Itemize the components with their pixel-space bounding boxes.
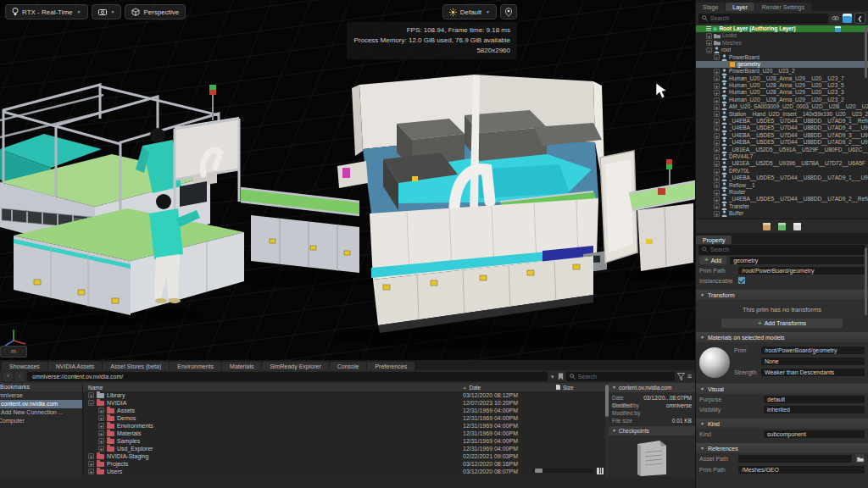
expander-icon[interactable]: + xyxy=(714,203,720,209)
materials-section-header[interactable]: ▼Materials on selected models xyxy=(696,332,868,342)
expander-icon[interactable]: + xyxy=(714,111,720,117)
expander-icon[interactable]: + xyxy=(714,69,720,75)
expander-icon[interactable]: + xyxy=(714,133,720,139)
layer-item-human-u20-u28-anna-u29-u20-u[interactable]: +Human_U20__U28_Anna_U29__U20__U23_3 xyxy=(696,90,868,97)
expander-icon[interactable]: + xyxy=(714,182,720,188)
layer-item-drv44l7[interactable]: +DRV44L7 xyxy=(696,153,868,160)
expander-icon[interactable]: − xyxy=(714,54,720,60)
expander-icon[interactable]: + xyxy=(706,33,712,39)
column-size[interactable]: Size xyxy=(556,385,574,391)
bookmark-icon[interactable] xyxy=(558,373,564,380)
content-search-input[interactable]: Search xyxy=(566,372,675,381)
file-row-environments[interactable]: +Environments12/31/1969 04:00PM xyxy=(83,422,605,430)
file-row-projects[interactable]: +Projects03/12/2020 08:16PM xyxy=(83,460,605,468)
visual-section-header[interactable]: ▼Visual xyxy=(696,384,868,394)
file-row-nvidia[interactable]: −NVIDIA12/07/2023 10:20PM xyxy=(83,399,605,407)
layer-item-u4eba-u5de5-u7d44-u88dd-u7ad[interactable]: +_U4EBA__U5DE5__U7D44__U88DD__U7AD9_4___… xyxy=(696,125,868,131)
file-row-demos[interactable]: +Demos12/31/1969 04:00PM xyxy=(83,414,605,422)
icon-size-slider[interactable] xyxy=(532,469,593,473)
file-row-library[interactable]: +Library03/12/2020 08:12PM xyxy=(83,391,605,399)
expander-icon[interactable]: + xyxy=(98,415,104,421)
references-section-header[interactable]: ▼References xyxy=(696,443,868,453)
expander-icon[interactable]: + xyxy=(714,197,720,202)
grid-view-icon[interactable] xyxy=(597,468,604,474)
bookmark-omniverse[interactable]: Omniverse xyxy=(0,391,82,400)
tab-environments[interactable]: Environments xyxy=(170,362,221,370)
expander-icon[interactable]: + xyxy=(706,40,712,46)
column-name[interactable]: Name xyxy=(83,385,103,391)
layer-item-u4eba-u5de5-u7d44-u88dd-u7ad[interactable]: +_U4EBA__U5DE5__U7D44__U88DD__U7AD9_2__R… xyxy=(696,196,868,202)
kind-dropdown[interactable]: subcomponent xyxy=(764,430,865,438)
expander-icon[interactable]: + xyxy=(714,140,720,146)
file-row-users[interactable]: +Users03/12/2020 08:07PM xyxy=(83,468,605,475)
material-strength-dropdown[interactable]: Weaker than Descendants xyxy=(761,369,865,376)
file-row-materials[interactable]: +Materials12/31/1969 04:00PM xyxy=(83,430,605,437)
browse-folder-icon[interactable] xyxy=(855,454,865,463)
expander-icon[interactable]: + xyxy=(714,75,720,81)
property-search-input[interactable]: Search xyxy=(698,245,865,255)
expander-icon[interactable]: + xyxy=(714,83,720,89)
expander-icon[interactable]: + xyxy=(98,430,104,436)
camera-settings-button[interactable]: ▼ xyxy=(92,4,122,19)
layer-item-u4eba-u5de5-u7d44-u88dd-u7ad[interactable]: +_U4EBA__U5DE5__U7D44__U88DD__U7AD9_2___… xyxy=(696,139,868,146)
expander-icon[interactable]: − xyxy=(706,47,712,53)
layer-item-root[interactable]: −root xyxy=(696,47,868,53)
layer-item-router[interactable]: +Router xyxy=(696,189,868,196)
file-row-samples[interactable]: +Samples12/31/1969 04:00PM xyxy=(83,437,605,445)
details-header[interactable]: ▼content.ov.nvidia.com xyxy=(609,383,695,392)
layer-search-input[interactable]: Search xyxy=(698,14,828,24)
expander-icon[interactable]: + xyxy=(714,125,720,131)
tab-asset-stores-beta[interactable]: Asset Stores (beta) xyxy=(103,362,169,370)
layer-save-icon[interactable] xyxy=(835,26,841,32)
add-transforms-button[interactable]: +Add Transforms xyxy=(721,319,843,328)
layer-item-human-u20-u28-anna-u29-u20-u[interactable]: +Human_U20__U28_Anna_U29__U20__U23_2 xyxy=(696,97,868,103)
view-options-icon[interactable]: ≡ xyxy=(687,373,692,380)
export-layer-icon[interactable] xyxy=(793,223,801,230)
add-property-button[interactable]: +Add xyxy=(699,256,726,264)
save-layer-icon[interactable] xyxy=(763,223,771,230)
bookmark-content-ov-nvidia-com[interactable]: content.ov.nvidia.com xyxy=(0,400,82,408)
file-list-scrollbar[interactable] xyxy=(605,383,609,477)
layer-item-am-u20-sa003009-u2d-0003-u2d[interactable]: +AM_U20_SA003009_U2D_0003_U2D__U2B__U20_… xyxy=(696,103,868,110)
expander-icon[interactable]: + xyxy=(714,175,720,181)
tab-render-settings[interactable]: Render Settings xyxy=(755,3,811,11)
path-dropdown-icon[interactable]: ▼ xyxy=(550,374,555,380)
layer-item-u4eba-u5de5-u7d44-u88dd-u7ad[interactable]: +_U4EBA__U5DE5__U7D44__U88DD__U7AD9_3___… xyxy=(696,132,868,139)
layer-item-geometry[interactable]: +geometry xyxy=(696,61,868,68)
layer-item-human-u20-u28-anna-u29-u20-u[interactable]: +Human_U20__U28_Anna_U29__U20__U23_7 xyxy=(696,75,868,82)
expander-icon[interactable]: + xyxy=(714,161,720,167)
kind-section-header[interactable]: ▼Kind xyxy=(696,419,868,429)
save-layer-as-icon[interactable] xyxy=(778,223,786,230)
expander-icon[interactable]: + xyxy=(714,97,720,103)
expander-icon[interactable]: + xyxy=(714,104,720,110)
layer-item-buffer[interactable]: +Buffer xyxy=(696,210,868,217)
bookmark-computer[interactable]: Computer xyxy=(0,417,82,425)
expander-icon[interactable]: + xyxy=(88,392,94,398)
back-button[interactable]: ‹ xyxy=(3,372,13,381)
tab-stage[interactable]: Stage xyxy=(696,3,725,11)
layer-item-powerboard[interactable]: −PowerBoard xyxy=(696,54,868,61)
layer-item-u4eba-u5de5-u7d44-u88dd-u7ad[interactable]: +_U4EBA__U5DE5__U7D44__U88DD__U7AD9_1__R… xyxy=(696,118,868,125)
path-field[interactable]: omniverse://content.ov.nvidia.com/ xyxy=(27,372,548,381)
layer-visibility-icon[interactable] xyxy=(831,14,840,23)
tab-simready-explorer[interactable]: SimReady Explorer xyxy=(262,362,328,370)
expander-icon[interactable]: + xyxy=(98,438,104,444)
save-all-layers-icon[interactable] xyxy=(843,14,852,23)
expander-icon[interactable]: + xyxy=(714,154,720,160)
tab-console[interactable]: Console xyxy=(330,362,367,370)
layer-tree-scrollbar[interactable] xyxy=(865,27,867,78)
layer-item-u81ea-u52d5-u591a-u529f-u80f[interactable]: +_U81EA__U52D5__U591A__U529F__U80FD__U62… xyxy=(696,147,868,153)
tab-property[interactable]: Property xyxy=(696,236,732,244)
tab-layer[interactable]: Layer xyxy=(726,3,754,11)
layer-item-meshes[interactable]: +Meshes xyxy=(696,40,868,47)
purpose-dropdown[interactable]: default xyxy=(764,396,865,403)
layer-item-u81ea-u52d5-u9396-u87ba-u7d7[interactable]: +_U81EA__U52D5__U9396__U87BA__U7D72__U6A… xyxy=(696,160,868,167)
expander-icon[interactable]: + xyxy=(714,190,720,196)
layer-item-human-u20-u28-anna-u29-u20-u[interactable]: +Human_U20__U28_Anna_U29__U20__U23_5 xyxy=(696,82,868,89)
checkpoints-header[interactable]: ▼Checkpoints xyxy=(609,426,695,435)
column-date[interactable]: ▲Date xyxy=(463,385,481,391)
expander-icon[interactable]: + xyxy=(88,469,94,474)
tab-materials[interactable]: Materials xyxy=(222,362,261,370)
expander-icon[interactable]: + xyxy=(98,446,104,452)
tab-preferences[interactable]: Preferences xyxy=(367,362,415,370)
